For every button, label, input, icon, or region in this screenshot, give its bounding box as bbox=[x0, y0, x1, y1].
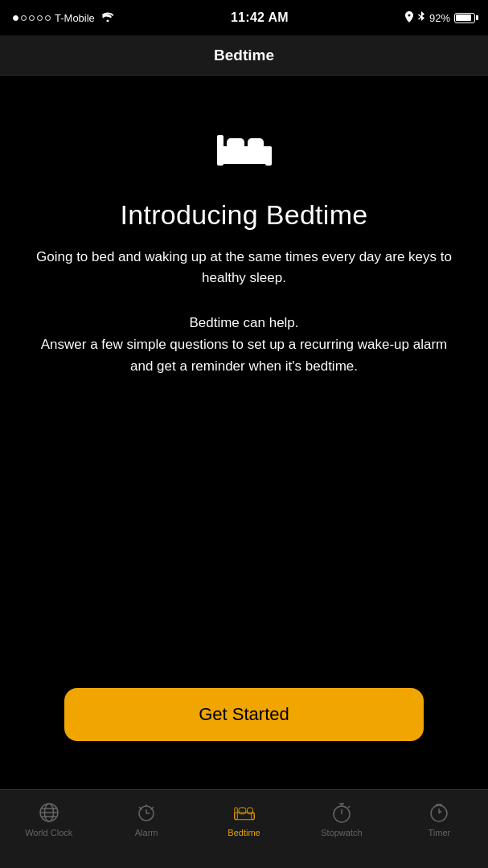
svg-rect-17 bbox=[234, 808, 237, 820]
timer-label: Timer bbox=[428, 828, 450, 837]
bedtime-tab-icon bbox=[233, 801, 256, 824]
location-icon bbox=[405, 11, 413, 25]
tab-alarm[interactable]: Alarm bbox=[97, 798, 195, 837]
stopwatch-label: Stopwatch bbox=[321, 828, 362, 837]
tab-timer[interactable]: Timer bbox=[391, 798, 488, 837]
status-bar: T-Mobile 11:42 AM 92% bbox=[0, 0, 488, 35]
tab-world-clock[interactable]: World Clock bbox=[0, 798, 97, 837]
status-left: T-Mobile bbox=[13, 11, 114, 24]
get-started-button[interactable]: Get Started bbox=[64, 688, 424, 741]
signal-dot-1 bbox=[13, 15, 18, 21]
alarm-label: Alarm bbox=[135, 828, 158, 837]
battery-icon bbox=[454, 13, 475, 23]
bedtime-label: Bedtime bbox=[228, 828, 260, 837]
signal-dot-4 bbox=[37, 15, 43, 21]
svg-rect-2 bbox=[265, 146, 272, 166]
signal-dot-3 bbox=[29, 15, 35, 21]
battery-fill bbox=[456, 14, 471, 21]
signal-dot-5 bbox=[45, 15, 51, 21]
status-time: 11:42 AM bbox=[231, 10, 289, 25]
intro-title: Introducing Bedtime bbox=[120, 199, 367, 231]
tab-bedtime[interactable]: Bedtime bbox=[195, 798, 293, 837]
page-title: Bedtime bbox=[214, 47, 274, 64]
timer-icon bbox=[428, 801, 450, 824]
svg-rect-1 bbox=[217, 135, 223, 166]
wifi-icon bbox=[101, 11, 114, 24]
tab-bar: World Clock Alarm Bedtime bbox=[0, 789, 488, 868]
intro-body: Bedtime can help.Answer a few simple que… bbox=[32, 312, 456, 378]
world-clock-icon bbox=[38, 801, 60, 824]
carrier-label: T-Mobile bbox=[55, 12, 95, 24]
bluetooth-icon bbox=[417, 11, 425, 25]
bed-icon bbox=[212, 124, 277, 175]
stopwatch-icon bbox=[330, 801, 353, 824]
svg-rect-3 bbox=[227, 138, 244, 149]
tab-stopwatch[interactable]: Stopwatch bbox=[293, 798, 390, 837]
svg-rect-0 bbox=[217, 146, 272, 164]
alarm-icon bbox=[135, 801, 158, 824]
battery-pct: 92% bbox=[429, 12, 450, 24]
main-content: Introducing Bedtime Going to bed and wak… bbox=[0, 76, 488, 688]
svg-rect-19 bbox=[239, 808, 246, 814]
world-clock-label: World Clock bbox=[25, 828, 72, 837]
svg-rect-4 bbox=[248, 138, 264, 149]
get-started-wrapper: Get Started bbox=[0, 688, 488, 789]
signal-dots bbox=[13, 15, 51, 21]
signal-dot-2 bbox=[21, 15, 27, 21]
svg-line-25 bbox=[348, 806, 350, 808]
intro-subtitle: Going to bed and waking up at the same t… bbox=[32, 247, 456, 288]
nav-bar: Bedtime bbox=[0, 35, 488, 76]
status-right: 92% bbox=[405, 11, 475, 25]
